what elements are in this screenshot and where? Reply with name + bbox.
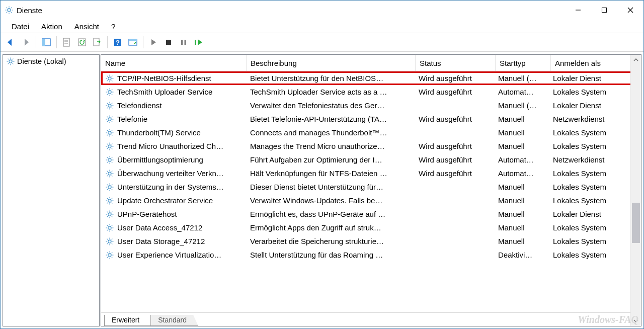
cell-desc: Führt Aufgaben zur Optimierung der I… — [246, 155, 415, 164]
restart-service-button[interactable] — [192, 35, 206, 50]
close-button[interactable] — [617, 1, 643, 20]
column-header-start[interactable]: Starttyp — [496, 55, 551, 71]
cell-name: UPnP-Gerätehost — [101, 210, 246, 219]
gear-icon — [105, 101, 114, 110]
service-name: Trend Micro Unauthorized Ch… — [117, 142, 246, 150]
menu-bar: Datei Aktion Ansicht ? — [1, 20, 643, 33]
scroll-thumb[interactable] — [632, 203, 640, 243]
gear-icon — [6, 57, 15, 66]
scroll-up-arrow[interactable] — [631, 55, 641, 65]
cell-login: Lokales System — [549, 196, 638, 205]
cell-status: Wird ausgeführt — [415, 115, 494, 123]
service-row[interactable]: TCP/IP-NetBIOS-HilfsdienstBietet Unterst… — [101, 71, 641, 85]
service-row[interactable]: TelefondienstVerwaltet den Telefoniestat… — [101, 99, 641, 112]
cell-login: Lokales System — [549, 142, 638, 150]
tree-item-services-local[interactable]: Dienste (Lokal) — [3, 55, 99, 68]
toolbar-separator — [143, 36, 143, 48]
column-header-login[interactable]: Anmelden als — [551, 55, 640, 71]
nav-back-button[interactable] — [4, 35, 18, 50]
show-hide-tree-button[interactable] — [39, 35, 53, 50]
service-row[interactable]: UPnP-GerätehostErmöglicht es, dass UPnP-… — [101, 207, 641, 221]
cell-name: Telefondienst — [101, 101, 246, 110]
column-header-desc[interactable]: Beschreibung — [247, 55, 416, 71]
body-split: Dienste (Lokal) Name Beschreibung Status… — [1, 52, 643, 328]
service-name: Update Orchestrator Service — [117, 196, 246, 205]
menu-aktion[interactable]: Aktion — [39, 21, 64, 32]
cell-start: Manuell — [494, 183, 549, 191]
cell-start: Manuell — [494, 128, 549, 137]
tab-standard[interactable]: Standard — [150, 315, 198, 326]
svg-rect-7 — [42, 39, 45, 46]
export-list-button[interactable] — [90, 35, 104, 50]
service-name: Überwachung verteilter Verkn… — [117, 169, 246, 178]
svg-rect-3 — [602, 8, 607, 13]
cell-desc: Ermöglicht Apps den Zugriff auf struk… — [246, 223, 415, 232]
service-row[interactable]: Thunderbolt(TM) ServiceConnects and mana… — [101, 126, 641, 139]
pause-service-button[interactable] — [177, 35, 191, 50]
cell-start: Manuell — [494, 210, 549, 218]
cell-login: Lokales System — [549, 223, 638, 232]
cell-login: Lokales System — [549, 128, 638, 137]
cell-desc: Stellt Unterstützung für das Roaming … — [246, 251, 415, 259]
scroll-down-arrow[interactable] — [631, 316, 641, 326]
service-name: User Experience Virtualizatio… — [117, 251, 246, 259]
help-button[interactable]: ? — [111, 35, 125, 50]
minimize-button[interactable] — [565, 1, 591, 20]
service-row[interactable]: User Experience Virtualizatio…Stellt Unt… — [101, 248, 641, 262]
svg-rect-17 — [129, 39, 137, 41]
start-service-button[interactable] — [146, 35, 160, 50]
service-row[interactable]: User Data Access_47212Ermöglicht Apps de… — [101, 221, 641, 234]
scroll-track[interactable] — [631, 65, 641, 316]
app-icon — [5, 6, 14, 15]
service-row[interactable]: User Data Storage_47212Verarbeitet die S… — [101, 234, 641, 248]
column-header-name[interactable]: Name — [101, 55, 247, 71]
menu-datei[interactable]: Datei — [10, 21, 31, 32]
service-name: UPnP-Gerätehost — [117, 210, 246, 218]
service-row[interactable]: TechSmith Uploader ServiceTechSmith Uplo… — [101, 85, 641, 99]
cell-desc: Ermöglicht es, dass UPnP-Geräte auf … — [246, 210, 415, 218]
tree-item-label: Dienste (Lokal) — [17, 57, 66, 65]
svg-rect-18 — [166, 40, 171, 45]
cell-status: Wird ausgeführt — [415, 88, 494, 96]
refresh-button[interactable] — [75, 35, 89, 50]
cell-login: Lokales System — [549, 169, 638, 178]
service-row[interactable]: Trend Micro Unauthorized Ch…Manages the … — [101, 139, 641, 153]
properties-button[interactable] — [60, 35, 74, 50]
svg-rect-20 — [185, 40, 187, 45]
cell-start: Manuell — [494, 223, 549, 232]
svg-text:?: ? — [116, 39, 120, 46]
cell-start: Manuell — [494, 237, 549, 245]
vertical-scrollbar[interactable] — [630, 55, 641, 326]
cell-start: Manuell (… — [494, 74, 549, 83]
gear-icon — [105, 251, 114, 260]
service-row[interactable]: Überwachung verteilter Verkn…Hält Verknü… — [101, 167, 641, 180]
gear-icon — [105, 88, 114, 97]
stop-service-button[interactable] — [162, 35, 176, 50]
console-tree-button[interactable] — [126, 35, 140, 50]
maximize-button[interactable] — [591, 1, 617, 20]
svg-rect-12 — [78, 39, 86, 46]
service-row[interactable]: Unterstützung in der Systems…Dieser Dien… — [101, 180, 641, 194]
cell-status: Wird ausgeführt — [415, 142, 494, 150]
column-header-status[interactable]: Status — [416, 55, 496, 71]
title-bar: Dienste — [1, 1, 643, 20]
service-row[interactable]: ÜbermittlungsoptimierungFührt Aufgaben z… — [101, 153, 641, 167]
cell-name: Überwachung verteilter Verkn… — [101, 169, 246, 178]
cell-start: Automat… — [494, 88, 549, 96]
service-name: Telefonie — [117, 115, 246, 123]
gear-icon — [105, 183, 114, 192]
nav-forward-button[interactable] — [19, 35, 33, 50]
gear-icon — [105, 74, 114, 83]
cell-status: Wird ausgeführt — [415, 155, 494, 164]
gear-icon — [105, 223, 114, 232]
service-row[interactable]: TelefonieBietet Telefonie-API-Unterstütz… — [101, 112, 641, 126]
toolbar: ? — [1, 33, 643, 52]
tab-erweitert[interactable]: Erweitert — [104, 315, 151, 326]
cell-name: Unterstützung in der Systems… — [101, 183, 246, 192]
menu-help[interactable]: ? — [109, 21, 117, 32]
menu-ansicht[interactable]: Ansicht — [72, 21, 101, 32]
toolbar-separator — [107, 36, 108, 48]
cell-start: Manuell (… — [494, 101, 549, 110]
toolbar-separator — [36, 36, 36, 48]
service-row[interactable]: Update Orchestrator ServiceVerwaltet Win… — [101, 194, 641, 207]
